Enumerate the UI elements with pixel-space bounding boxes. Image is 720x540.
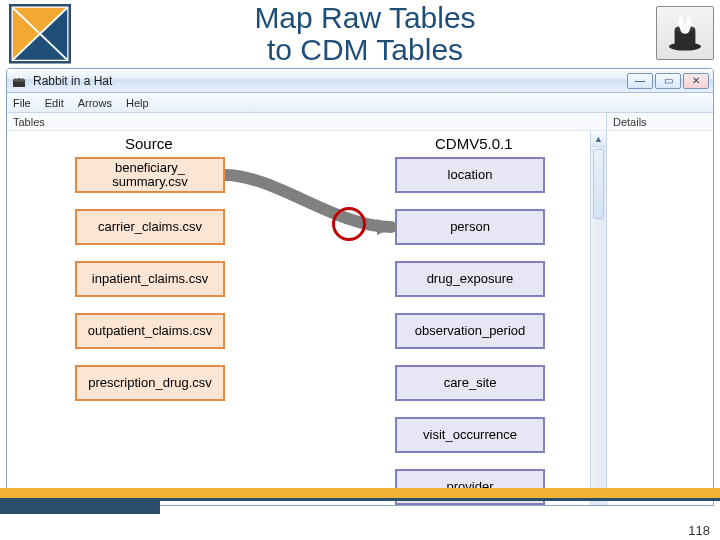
window-titlebar[interactable]: Rabbit in a Hat — ▭ ✕ <box>7 69 713 93</box>
svg-point-10 <box>680 24 690 34</box>
target-table-box[interactable]: person <box>395 209 545 245</box>
source-table-box[interactable]: inpatient_claims.csv <box>75 261 225 297</box>
target-table-box[interactable]: care_site <box>395 365 545 401</box>
brand-logo-left <box>6 4 74 66</box>
tables-panel: Tables Source CDMV5.0.1 beneficiary_ sum… <box>7 113 607 505</box>
vertical-scrollbar[interactable]: ▲ ▼ <box>590 131 606 505</box>
minimize-button[interactable]: — <box>627 73 653 89</box>
target-column-header: CDMV5.0.1 <box>435 135 513 152</box>
close-button[interactable]: ✕ <box>683 73 709 89</box>
source-table-box[interactable]: outpatient_claims.csv <box>75 313 225 349</box>
target-table-box[interactable]: location <box>395 157 545 193</box>
svg-point-12 <box>13 78 25 82</box>
target-table-box[interactable]: drug_exposure <box>395 261 545 297</box>
rabbit-hat-logo <box>656 6 714 60</box>
maximize-button[interactable]: ▭ <box>655 73 681 89</box>
menu-file[interactable]: File <box>13 97 31 109</box>
window-title: Rabbit in a Hat <box>33 74 112 88</box>
svg-point-13 <box>16 73 18 79</box>
details-panel: Details <box>607 113 713 505</box>
scroll-up-button[interactable]: ▲ <box>591 131 606 147</box>
mapping-arrow[interactable] <box>225 161 397 241</box>
details-panel-label: Details <box>607 113 713 131</box>
scroll-thumb[interactable] <box>593 149 604 219</box>
menu-edit[interactable]: Edit <box>45 97 64 109</box>
highlight-circle-icon <box>332 207 366 241</box>
mapping-canvas[interactable]: Source CDMV5.0.1 beneficiary_ summary.cs… <box>7 131 606 505</box>
app-window: Rabbit in a Hat — ▭ ✕ File Edit Arrows H… <box>6 68 714 506</box>
slide-footer-band <box>0 488 720 522</box>
menubar: File Edit Arrows Help <box>7 93 713 113</box>
menu-help[interactable]: Help <box>126 97 149 109</box>
page-number: 118 <box>688 523 710 538</box>
title-line-2: to CDM Tables <box>74 34 656 66</box>
target-table-box[interactable]: observation_period <box>395 313 545 349</box>
menu-arrows[interactable]: Arrows <box>78 97 112 109</box>
title-line-1: Map Raw Tables <box>74 2 656 34</box>
app-icon <box>11 73 27 89</box>
slide-title: Map Raw Tables to CDM Tables <box>74 2 656 65</box>
source-table-box[interactable]: beneficiary_ summary.csv <box>75 157 225 193</box>
svg-point-14 <box>20 73 22 79</box>
source-table-box[interactable]: prescription_drug.csv <box>75 365 225 401</box>
source-table-box[interactable]: carrier_claims.csv <box>75 209 225 245</box>
tables-panel-label: Tables <box>7 113 606 131</box>
source-column-header: Source <box>125 135 173 152</box>
target-table-box[interactable]: visit_occurrence <box>395 417 545 453</box>
